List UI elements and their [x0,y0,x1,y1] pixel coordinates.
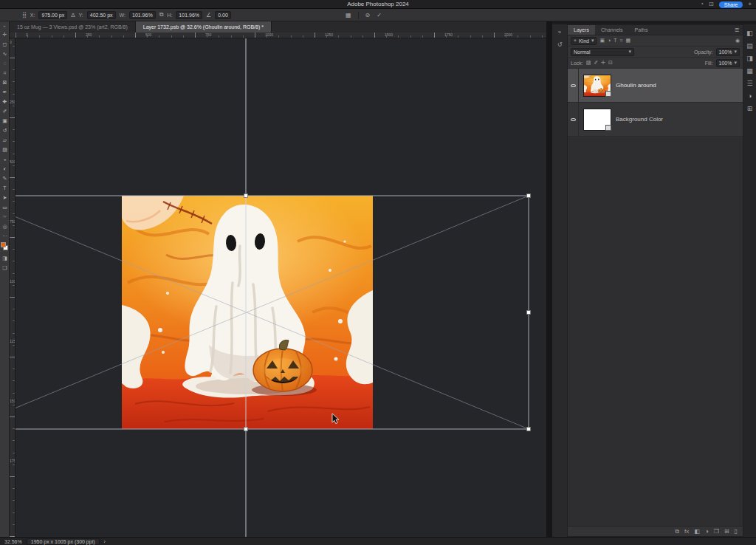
document-info-field[interactable]: 1950 px x 1005 px (300 ppi) [27,538,100,545]
quick-selection-tool-icon[interactable]: ◌ [0,58,10,68]
healing-brush-tool-icon[interactable]: ✚ [0,97,10,106]
layer-name[interactable]: Ghoulin around [616,82,656,89]
crop-tool-icon[interactable]: ⌗ [0,68,10,78]
filter-toggle-icon[interactable]: ◉ [735,38,740,44]
layer-effects-icon[interactable]: fx [684,528,689,535]
toolbox-collapse-icon[interactable]: » [0,23,9,30]
lock-pixels-icon[interactable]: ✐ [594,60,598,66]
commit-transform-icon[interactable]: ✓ [377,12,382,18]
ruler-label: 750 [10,219,16,224]
layer-row-ghoulin-around[interactable]: Ghoulin around [568,69,743,103]
color-panel-icon[interactable]: ◧ [746,30,753,37]
visibility-eye-icon[interactable] [568,103,579,136]
blend-mode-dropdown[interactable]: Normal ▾ [571,48,634,56]
adjustment-layer-icon[interactable]: ◑ [705,528,709,535]
filter-smart-objects-icon[interactable]: ▦ [626,38,631,44]
libraries-panel-icon[interactable]: ⊞ [747,105,753,112]
layer-mask-icon[interactable]: ◧ [694,528,700,535]
ruler-label: 750 [205,32,211,37]
zoom-level[interactable]: 32.56% [4,539,22,544]
ruler-label: 1750 [10,459,16,463]
tab-paths[interactable]: Paths [629,25,654,35]
lasso-tool-icon[interactable]: ∿ [0,49,10,58]
opacity-field[interactable]: 100% ▾ [716,48,740,56]
share-button[interactable]: Share [719,1,743,8]
visibility-eye-icon[interactable] [568,69,579,102]
blur-tool-icon[interactable]: ◒ [0,154,10,164]
marquee-tool-icon[interactable]: ◻ [0,39,10,49]
zoom-tool-icon[interactable]: ◎ [0,222,10,231]
delete-layer-icon[interactable]: ▯ [735,528,738,535]
type-tool-icon[interactable]: T [0,183,10,193]
brush-tool-icon[interactable]: ✐ [0,106,10,116]
delta-icon[interactable]: Δ [71,12,75,18]
lock-icons: ▨✐✛⊡ [586,60,613,66]
adjustments-panel-icon[interactable]: ◑ [748,92,752,100]
record-icon[interactable]: ◔ [700,0,704,9]
lock-position-icon[interactable]: ✛ [601,60,605,66]
layer-name[interactable]: Background Color [616,116,663,123]
layer-row-background-color[interactable]: Background Color [568,103,743,137]
ruler-left[interactable]: 02505007501000125015001750 [10,38,16,537]
lock-transparency-icon[interactable]: ▨ [586,60,591,66]
ruler-top[interactable]: 025050075010001250150017502000 [16,32,546,38]
tab-channels[interactable]: Channels [595,25,629,35]
pen-tool-icon[interactable]: ✎ [0,174,10,183]
history-brush-tool-icon[interactable]: ↺ [0,126,10,135]
ruler-origin[interactable] [10,32,16,38]
new-layer-icon[interactable]: ⊞ [724,528,729,535]
lock-all-icon[interactable]: ⊡ [608,60,613,66]
tab-mug-document[interactable]: 15 oz Mug — 3 Views.psd @ 23% (art2, RGB… [10,21,136,32]
panel-menu-icon[interactable]: ☰ [731,25,743,35]
history-panel-icon[interactable]: ↺ [557,41,563,48]
lock-badge-icon [605,125,611,131]
canvas-area: 025050075010001250150017502000 025050075… [10,32,546,537]
eyedropper-tool-icon[interactable]: ✒ [0,87,10,97]
clone-stamp-tool-icon[interactable]: ▣ [0,116,10,126]
filter-shape-layers-icon[interactable]: ⌗ [620,38,623,44]
filter-type-layers-icon[interactable]: T [614,38,616,44]
move-tool-icon[interactable]: ✛ [0,30,10,39]
collapse-dock-icon[interactable]: » [558,29,561,35]
hand-tool-icon[interactable]: ☞ [0,212,10,222]
y-field[interactable]: 402.50 px [87,11,116,19]
dodge-tool-icon[interactable]: ◐ [0,164,10,174]
patterns-panel-icon[interactable]: ▦ [746,67,753,75]
properties-panel-icon[interactable]: ☰ [746,80,752,87]
frame-tool-icon[interactable]: ⊠ [0,78,10,87]
eraser-tool-icon[interactable]: ▱ [0,135,10,145]
link-dimensions-icon[interactable]: ⧉ [159,11,164,18]
quick-mask-icon[interactable]: ◨ [0,253,10,263]
status-chevron-icon[interactable]: › [104,539,106,544]
edit-toolbar-icon[interactable]: ⋯ [0,231,10,241]
canvas-viewport[interactable] [16,38,546,537]
link-layers-icon[interactable]: ⧉ [675,528,679,535]
search-icon[interactable]: ⌖ [748,0,752,9]
foreground-color-swatch[interactable] [1,242,6,247]
x-field[interactable]: 975.00 px [38,11,67,19]
fill-field[interactable]: 100% ▾ [716,59,740,67]
gradient-tool-icon[interactable]: ▨ [0,145,10,154]
angle-field[interactable]: 0.00 [215,11,231,19]
h-field[interactable]: 101.96% [176,11,202,19]
filter-adjustment-layers-icon[interactable]: ◑ [608,38,611,44]
ruler-label: 250 [10,100,16,104]
layer-thumbnail[interactable] [583,75,611,97]
w-field[interactable]: 101.96% [129,11,156,19]
layer-group-icon[interactable]: ❒ [714,528,719,535]
gradients-panel-icon[interactable]: ◨ [746,55,753,62]
rectangle-tool-icon[interactable]: ▭ [0,202,10,212]
screen-mode-icon[interactable]: ❏ [0,263,10,272]
warp-mode-icon[interactable]: ▦ [346,12,351,18]
window-icon[interactable]: ⊡ [709,0,714,9]
color-swatches[interactable] [0,241,10,253]
filter-pixel-layers-icon[interactable]: ▣ [599,38,605,44]
filter-kind-dropdown[interactable]: ⌖ Kind ▾ [571,37,597,45]
reference-point-icon[interactable]: ⣿ [22,12,27,18]
layer-thumbnail[interactable] [583,109,611,131]
cancel-transform-icon[interactable]: ⊘ [365,12,371,18]
tab-layer-1732-document[interactable]: Layer 1732.psb @ 32.6% (Ghoulin around, … [136,21,272,32]
swatches-panel-icon[interactable]: ▤ [746,42,753,49]
path-selection-tool-icon[interactable]: ➤ [0,193,10,202]
tab-layers[interactable]: Layers [568,25,595,35]
